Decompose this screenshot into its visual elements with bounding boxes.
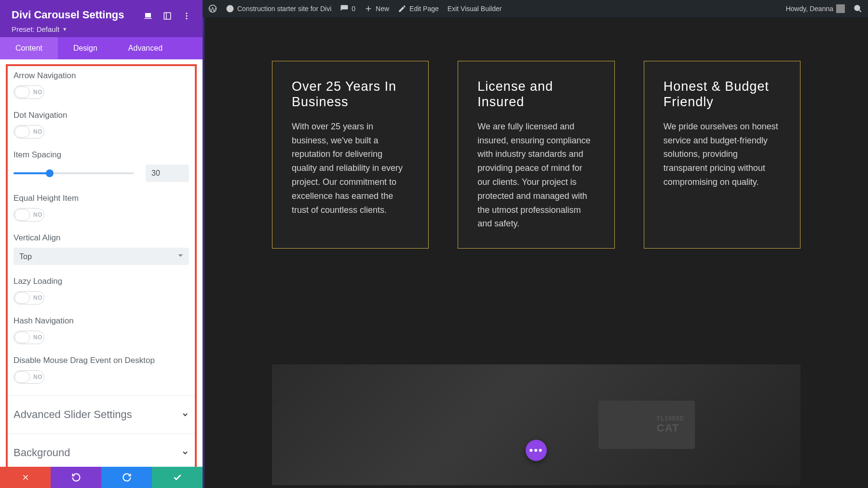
site-name-link[interactable]: Construction starter site for Divi (226, 4, 331, 13)
card-body: We are fully licensed and insured, ensur… (477, 120, 595, 231)
wp-logo[interactable] (208, 4, 217, 13)
preset-dropdown[interactable]: Preset: Default▼ (12, 25, 144, 33)
svg-rect-1 (164, 13, 171, 19)
tab-advanced[interactable]: Advanced (113, 37, 178, 59)
hero-image: TL1055D CAT ••• (272, 364, 800, 485)
item-spacing-label: Item Spacing (14, 150, 189, 160)
svg-point-5 (186, 18, 188, 19)
save-button[interactable] (152, 467, 203, 488)
disable-drag-toggle[interactable]: NO (14, 370, 44, 384)
sidebar-header: Divi Carousel Settings Preset: Default▼ (0, 0, 203, 37)
page-canvas: Over 25 Years In Business With over 25 y… (203, 17, 868, 488)
svg-point-8 (854, 5, 860, 11)
settings-sidebar: Divi Carousel Settings Preset: Default▼ … (0, 0, 203, 488)
item-spacing-slider[interactable] (14, 172, 134, 174)
settings-body: Arrow Navigation NO Dot Navigation NO It… (0, 59, 203, 467)
chevron-down-icon (181, 411, 189, 418)
hash-navigation-label: Hash Navigation (14, 316, 189, 326)
svg-line-9 (859, 10, 861, 12)
vertical-align-label: Vertical Align (14, 233, 189, 243)
equal-height-label: Equal Height Item (14, 194, 189, 203)
user-greeting[interactable]: Howdy, Deanna (786, 4, 845, 13)
avatar (836, 4, 845, 13)
card-title: License and Insured (477, 79, 595, 110)
edit-page-link[interactable]: Edit Page (398, 4, 439, 13)
feature-card: License and Insured We are fully license… (458, 61, 614, 249)
feature-card: Over 25 Years In Business With over 25 y… (272, 61, 429, 249)
search-icon[interactable] (854, 4, 862, 13)
comments-link[interactable]: 0 (340, 4, 355, 13)
disable-drag-label: Disable Mouse Drag Event on Desktop (14, 356, 189, 365)
svg-point-3 (186, 13, 188, 14)
footer-actions (0, 467, 203, 488)
undo-button[interactable] (51, 467, 101, 488)
arrow-navigation-toggle[interactable]: NO (14, 85, 44, 99)
feature-cards-row: Over 25 Years In Business With over 25 y… (204, 17, 868, 278)
card-title: Honest & Budget Friendly (664, 79, 781, 110)
redo-button[interactable] (101, 467, 152, 488)
hash-navigation-toggle[interactable]: NO (14, 331, 44, 344)
tab-content[interactable]: Content (0, 37, 58, 59)
background-section[interactable]: Background (14, 438, 189, 467)
responsive-icon[interactable] (144, 12, 152, 20)
expand-icon[interactable] (163, 12, 172, 20)
dot-navigation-toggle[interactable]: NO (14, 125, 44, 139)
highlighted-settings: Arrow Navigation NO Dot Navigation NO It… (6, 64, 197, 467)
new-link[interactable]: New (364, 4, 389, 13)
module-actions-fab[interactable]: ••• (526, 440, 547, 461)
card-body: We pride ourselves on honest service and… (664, 120, 781, 189)
equipment-brand: TL1055D CAT (657, 415, 684, 434)
advanced-slider-section[interactable]: Advanced Slider Settings (14, 400, 189, 430)
feature-card: Honest & Budget Friendly We pride oursel… (644, 61, 800, 249)
card-body: With over 25 years in business, we've bu… (292, 120, 409, 217)
arrow-navigation-label: Arrow Navigation (14, 71, 189, 81)
wp-admin-bar: Construction starter site for Divi 0 New… (203, 0, 868, 17)
more-icon[interactable] (182, 12, 191, 20)
svg-point-4 (186, 15, 188, 17)
exit-vb-link[interactable]: Exit Visual Builder (448, 5, 502, 13)
preview-pane: Construction starter site for Divi 0 New… (203, 0, 868, 488)
equal-height-toggle[interactable]: NO (14, 208, 44, 222)
lazy-loading-toggle[interactable]: NO (14, 291, 44, 305)
tab-design[interactable]: Design (58, 37, 113, 59)
module-title: Divi Carousel Settings (12, 9, 144, 21)
vertical-align-select[interactable]: Top (14, 248, 189, 265)
chevron-down-icon (181, 449, 189, 457)
item-spacing-input[interactable] (146, 165, 189, 182)
card-title: Over 25 Years In Business (292, 79, 409, 110)
settings-tabs: Content Design Advanced (0, 37, 203, 59)
lazy-loading-label: Lazy Loading (14, 277, 189, 286)
dot-navigation-label: Dot Navigation (14, 111, 189, 120)
close-button[interactable] (0, 467, 51, 488)
